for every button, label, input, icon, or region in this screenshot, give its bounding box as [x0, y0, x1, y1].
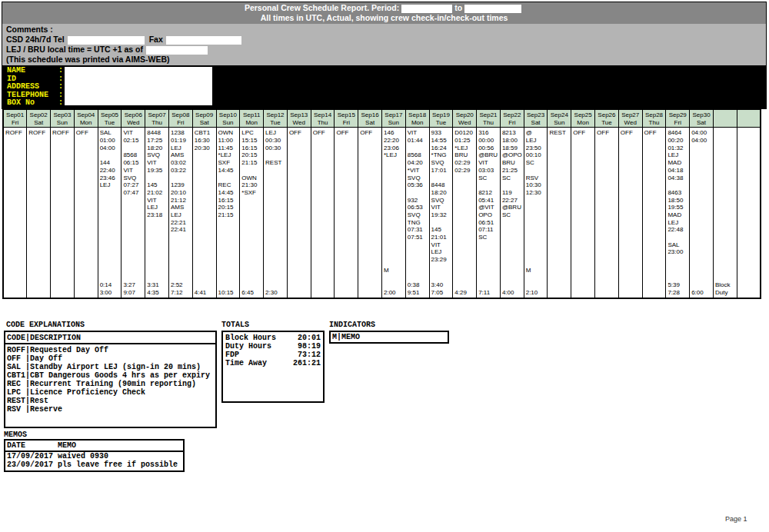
day-cell: LEJ00:3000:30REST2:30: [264, 128, 288, 299]
duty-total: 4:41: [195, 289, 215, 297]
cell-gap-line: [76, 274, 97, 281]
day-header-date: [714, 111, 737, 119]
day-header-date: Sep23: [524, 111, 548, 119]
duty-total: 2:30: [265, 289, 286, 297]
memo-rows: 17/09/2017 waived 093023/09/2017 pls lea…: [5, 452, 183, 470]
duty-line: 1239: [171, 181, 191, 189]
day-cell-content: ROFF: [4, 128, 26, 298]
block-total: [597, 281, 618, 289]
totals-box: Block Hours20:01Duty Hours98:19FDP73:12T…: [221, 331, 325, 403]
code-row: REC |Recurrent Training (90min reporting…: [7, 380, 214, 388]
cell-gap-line: [502, 274, 523, 281]
day-cell: LPC15:1516:1520:1521:15OWN21:30*SXF6:45: [240, 128, 264, 299]
cell-gap-line: [241, 274, 262, 281]
cell-spacer: [218, 219, 239, 267]
day-cell-content: OFF: [311, 128, 335, 298]
report-title-text: Personal Crew Schedule Report. Period:: [245, 3, 399, 12]
day-cell: 31600:0000:56@BRUVIT03:03SC821205:41@VIT…: [477, 128, 501, 299]
cell-gap-line: [384, 274, 404, 281]
duty-line: [171, 175, 191, 182]
duty-line: 22:27: [502, 197, 523, 204]
day-header-date: Sep26: [595, 111, 618, 119]
day-header-weekday: Tue: [264, 119, 287, 127]
duty-line: LEJ: [171, 211, 191, 219]
day-header-weekday: Sat: [524, 119, 548, 127]
day-header-date: Sep10: [217, 111, 240, 119]
memo-indicator: M: [526, 267, 547, 274]
cell-spacer: [478, 241, 499, 267]
block-total: 5:39: [667, 281, 688, 289]
duty-total: 4:35: [147, 289, 168, 297]
code-row: SAL |Standby Airport LEJ (sign-in 20 min…: [7, 363, 214, 371]
duty-line: 22:20: [384, 137, 404, 145]
day-cell-content: 846400:2001:32LEJMAD04:1804:38846318:501…: [666, 128, 689, 298]
crew-info-colon: :: [58, 91, 63, 99]
day-header: Sep22Fri: [500, 109, 524, 128]
duty-line: 12:30: [526, 189, 547, 197]
duty-total: [313, 289, 334, 297]
day-cell: BlockDuty: [713, 128, 737, 299]
duty-line: SC: [478, 175, 499, 182]
cell-spacer: [313, 137, 334, 267]
day-header: Sep18Mon: [405, 109, 429, 128]
memo-indicator: [549, 267, 570, 274]
day-cell: OFF: [74, 128, 98, 299]
day-cell: 14622:2023:06*LEJM2:00: [382, 128, 406, 299]
day-header-date: Sep04: [75, 111, 98, 119]
duty-line: 10:30: [526, 181, 547, 189]
day-cell: ROFF: [27, 128, 51, 299]
day-cell-content: OFF: [288, 128, 311, 298]
duty-total: 9:07: [123, 289, 144, 297]
duty-line: 14:55: [431, 137, 452, 145]
report-title-line2: All times in UTC, Actual, showing crew c…: [2, 13, 766, 23]
duty-line: VIT: [147, 197, 168, 204]
duty-line: [147, 175, 168, 182]
report-header-block: Personal Crew Schedule Report. Period:to…: [2, 2, 767, 109]
cell-spacer: [100, 189, 121, 267]
cell-spacer: [454, 175, 475, 267]
block-total: [76, 281, 97, 289]
cell-spacer: [52, 137, 73, 267]
duty-line: *LEJ: [218, 151, 239, 159]
cell-spacer: [147, 219, 168, 267]
day-header-date: Sep29: [666, 111, 689, 119]
memo-indicator: [28, 267, 49, 274]
cell-spacer: [573, 137, 594, 267]
duty-line: 02:29: [454, 167, 475, 175]
duty-line: *LEJ: [384, 151, 404, 159]
schedule-table: Sep01FriSep02SatSep03SunSep04MonSep05Tue…: [2, 108, 761, 299]
totals-row-label: Time Away: [225, 359, 267, 367]
duty-line: 14:45: [218, 189, 239, 197]
cell-spacer: [667, 256, 688, 267]
duty-line: 03:22: [171, 167, 191, 175]
day-cell-content: 04:0004:006:00: [690, 128, 713, 298]
day-header: Sep02Sat: [27, 109, 51, 128]
duty-line: BRU: [502, 159, 523, 167]
memo-indicator: M: [384, 267, 404, 274]
fax-field: [166, 36, 241, 45]
indicators-box: M|MEMO: [329, 331, 449, 344]
duty-line: ROFF: [28, 129, 49, 137]
day-header: Sep08Fri: [168, 109, 192, 128]
day-header-weekday: Thu: [145, 119, 168, 127]
duty-line: 07:27: [123, 181, 144, 189]
crew-info-colon: :: [58, 66, 63, 75]
duty-line: [667, 181, 688, 189]
duty-total: 4:29: [454, 289, 475, 297]
cell-gap-line: [5, 274, 25, 281]
day-header-weekday: Wed: [288, 119, 311, 127]
duty-total: [52, 289, 73, 297]
duty-line: LPC: [241, 129, 262, 137]
cell-spacer: [715, 129, 736, 266]
memo-indicator: [289, 267, 310, 274]
duty-line: 01:19: [171, 137, 191, 145]
day-cell-content: 93314:5516:24*TNGSVQ17:01844818:20SVQVIT…: [430, 128, 453, 298]
duty-line: 03:03: [478, 167, 499, 175]
day-header-date: Sep19: [430, 111, 453, 119]
memo-row: 17/09/2017 waived 0930: [7, 453, 181, 461]
day-header: Sep13Wed: [287, 109, 311, 128]
duty-line: 22:41: [171, 226, 191, 234]
duty-total: Duty: [715, 289, 736, 297]
duty-line: RSV: [526, 175, 547, 182]
duty-line: 06:51: [478, 219, 499, 227]
